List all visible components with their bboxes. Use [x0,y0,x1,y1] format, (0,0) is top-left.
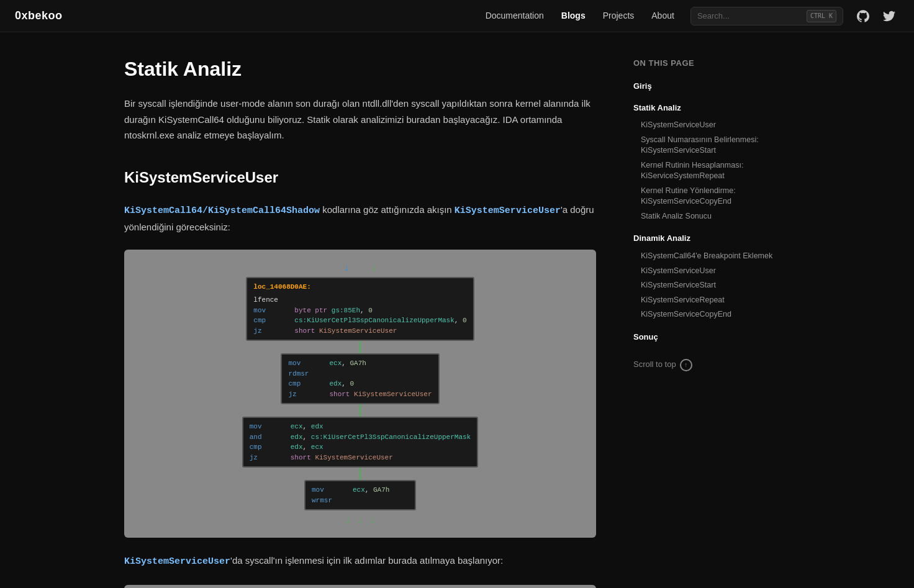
page-wrapper: Statik Analiz Bir syscall işlendiğinde u… [0,32,914,588]
github-icon[interactable] [853,6,873,26]
toc-item-kisystemserviceuser1[interactable]: KiSystemServiceUser [633,118,782,133]
toc-item-kernel-hesap[interactable]: Kernel Rutinin Hesaplanması: KiServiceSy… [633,158,782,184]
bottom-code-block: ⊙ ⊡ ✕ [124,585,596,588]
toc-item-kisystemserviceuser2[interactable]: KiSystemServiceUser [633,264,782,279]
toc-sidebar: On this page Giriş Statik Analiz KiSyste… [633,32,795,588]
nav-icons [853,6,899,26]
toc-item-statik-sonucu[interactable]: Statik Analiz Sonucu [633,209,782,224]
connector-3 [360,468,361,480]
ida-block-4: movecx, GA7h wrmsr [304,480,416,510]
site-logo[interactable]: 0xbekoo [15,7,63,25]
connector-2 [360,404,361,417]
ida-block-2: movecx, GA7h rdmsr cmpedx, 0 jzshort KiS… [281,353,439,404]
toc-item-giris[interactable]: Giriş [633,80,782,93]
code-ref-3: KiSystemServiceUser [124,556,230,567]
page-title: Statik Analiz [124,57,596,81]
scroll-to-top[interactable]: Scroll to top ↑ [633,358,782,371]
ida-block-3: movecx, edx andedx, cs:KiUserCetPl3SspCa… [242,417,478,468]
search-shortcut: CTRL K [807,10,836,22]
toc-item-kisystemservicecopyend[interactable]: KiSystemServiceCopyEnd [633,307,782,322]
nav-projects[interactable]: Projects [597,6,641,25]
toc-item-statik[interactable]: Statik Analiz [633,102,782,115]
section1-body-mid: kodlarına göz attığınızda akışın [320,204,455,215]
connector-1 [360,341,361,353]
nav-blogs[interactable]: Blogs [555,6,592,25]
twitter-icon[interactable] [879,6,899,26]
toc-item-kisystemservicestart[interactable]: KiSystemServiceStart [633,278,782,293]
section2-body: KiSystemServiceUser'da syscall'ın işlenm… [124,553,596,570]
main-content: Statik Analiz Bir syscall işlendiğinde u… [0,32,633,588]
navbar: 0xbekoo Documentation Blogs Projects Abo… [0,0,914,32]
toc-item-breakpoint[interactable]: KiSystemCall64'e Breakpoint Eklemek [633,249,782,264]
toc-item-syscall-num[interactable]: Syscall Numarasının Belirlenmesi: KiSyst… [633,133,782,158]
toc-item-kisystemservicerepeat[interactable]: KiSystemServiceRepeat [633,293,782,308]
code-ref-2: KiSystemServiceUser [455,206,561,216]
section2-body-end: 'da syscall'ın işlenmesi için ilk adımla… [230,555,503,566]
ida-block-1: loc_14068D0AE: lfence movbyte ptr gs:85E… [246,277,474,341]
section1-body: KiSystemCall64/KiSystemCall64Shadow kodl… [124,202,596,235]
nav-links: Documentation Blogs Projects About [479,6,681,25]
nav-documentation[interactable]: Documentation [479,6,550,25]
ida-diagram: ↓ ↓ loc_14068D0AE: lfence movbyte ptr gs… [134,260,586,528]
scroll-top-label: Scroll to top [633,358,676,371]
section1-heading: KiSystemServiceUser [124,166,596,189]
ida-diagram-container: ↓ ↓ loc_14068D0AE: lfence movbyte ptr gs… [124,250,596,538]
toc-item-dinamik[interactable]: Dinamik Analiz [633,232,782,245]
code-ref-1: KiSystemCall64/KiSystemCall64Shadow [124,206,320,216]
toc-item-sonuc[interactable]: Sonuç [633,331,782,344]
search-input[interactable] [697,11,802,20]
nav-about[interactable]: About [645,6,681,25]
intro-paragraph: Bir syscall işlendiğinde user-mode alanı… [124,96,596,143]
search-bar: CTRL K [690,7,843,25]
toc-item-kernel-yonlen[interactable]: Kernel Rutine Yönlendirme: KiSystemServi… [633,184,782,209]
toc-title: On this page [633,57,782,70]
scroll-top-circle-icon: ↑ [680,359,692,371]
